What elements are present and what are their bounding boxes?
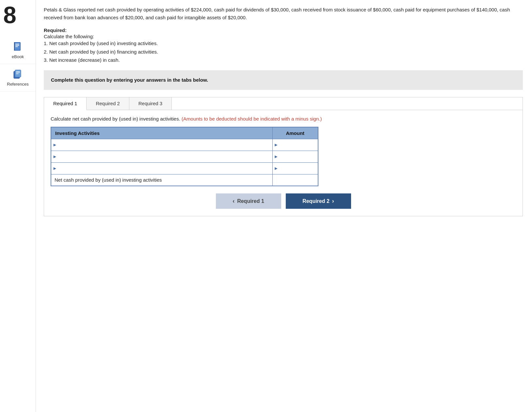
svg-rect-5 — [14, 42, 15, 51]
prev-chevron: ‹ — [233, 198, 234, 205]
next-label: Required 2 — [302, 198, 330, 204]
activity-input-1[interactable] — [55, 139, 269, 151]
sidebar-item-ebook[interactable]: eBook — [0, 37, 36, 64]
red-note: (Amounts to be deducted should be indica… — [182, 116, 322, 122]
sidebar-item-ebook-label: eBook — [12, 54, 24, 59]
amount-cell-1: ► — [272, 139, 318, 151]
activity-cell-3: ► — [51, 162, 272, 174]
prev-label: Required 1 — [237, 198, 264, 204]
amount-cell-3: ► — [272, 162, 318, 174]
table-row: ► ► — [51, 139, 318, 151]
tab-required2[interactable]: Required 2 — [87, 97, 129, 110]
arrow-icon-2: ► — [53, 154, 57, 159]
svg-rect-2 — [15, 44, 19, 44]
svg-rect-10 — [16, 74, 19, 74]
tab1-content: Calculate net cash provided by (used in)… — [44, 110, 523, 216]
activity-cell-1: ► — [51, 139, 272, 151]
table-row: ► ► — [51, 162, 318, 174]
required-item-2: 2. Net cash provided by (used in) financ… — [44, 48, 523, 56]
main-content: Petals & Glass reported net cash provide… — [36, 0, 532, 412]
net-cash-amount-cell — [272, 174, 318, 186]
activity-input-2[interactable] — [55, 151, 269, 162]
net-cash-label: Net cash provided by (used in) investing… — [51, 174, 272, 186]
problem-number: 8 — [0, 3, 16, 27]
instruction-text: Complete this question by entering your … — [51, 77, 208, 83]
instruction-box: Complete this question by entering your … — [44, 70, 523, 90]
copy-icon — [12, 69, 24, 80]
required-list: 1. Net cash provided by (used in) invest… — [44, 39, 523, 64]
required-item-1: 1. Net cash provided by (used in) invest… — [44, 39, 523, 48]
required-item-3: 3. Net increase (decrease) in cash. — [44, 56, 523, 64]
activity-input-3[interactable] — [55, 163, 269, 174]
tabs-header: Required 1 Required 2 Required 3 — [44, 97, 523, 110]
amount-input-2[interactable] — [273, 151, 318, 162]
nav-buttons: ‹ Required 1 Required 2 › — [51, 193, 516, 209]
arrow-icon-amount-1: ► — [274, 142, 279, 147]
required-intro: Calculate the following: — [44, 34, 523, 39]
svg-rect-9 — [16, 73, 20, 73]
next-chevron: › — [332, 198, 334, 205]
arrow-icon-3: ► — [53, 166, 57, 171]
required-header: Required: — [44, 27, 523, 33]
tab-required1[interactable]: Required 1 — [44, 97, 87, 110]
svg-rect-8 — [16, 71, 20, 72]
sidebar-item-references-label: References — [7, 82, 28, 87]
book-icon — [12, 41, 24, 53]
sidebar-item-references[interactable]: References — [0, 64, 36, 91]
tab1-instruction: Calculate net cash provided by (used in)… — [51, 116, 516, 122]
svg-rect-4 — [15, 46, 18, 47]
arrow-icon-amount-3: ► — [274, 166, 279, 171]
prev-button[interactable]: ‹ Required 1 — [216, 193, 281, 209]
amount-cell-2: ► — [272, 151, 318, 162]
table-row: ► ► — [51, 151, 318, 162]
sidebar: 8 eBook References — [0, 0, 36, 412]
arrow-icon-1: ► — [53, 142, 57, 147]
next-button[interactable]: Required 2 › — [286, 193, 351, 209]
col-amount: Amount — [272, 127, 318, 139]
activity-cell-2: ► — [51, 151, 272, 162]
amount-input-3[interactable] — [273, 163, 318, 174]
net-cash-input[interactable] — [273, 174, 318, 186]
amount-input-1[interactable] — [273, 139, 318, 151]
table-header-row: Investing Activities Amount — [51, 127, 318, 139]
problem-body: Petals & Glass reported net cash provide… — [44, 6, 523, 22]
arrow-icon-amount-2: ► — [274, 154, 279, 159]
tab-required3[interactable]: Required 3 — [129, 97, 172, 110]
svg-rect-3 — [15, 45, 19, 46]
col-activity: Investing Activities — [51, 127, 272, 139]
net-cash-row: Net cash provided by (used in) investing… — [51, 174, 318, 186]
required-section: Required: Calculate the following: 1. Ne… — [44, 27, 523, 64]
tabs-wrapper: Required 1 Required 2 Required 3 Calcula… — [44, 97, 523, 217]
investing-table: Investing Activities Amount ► ► — [51, 127, 318, 187]
